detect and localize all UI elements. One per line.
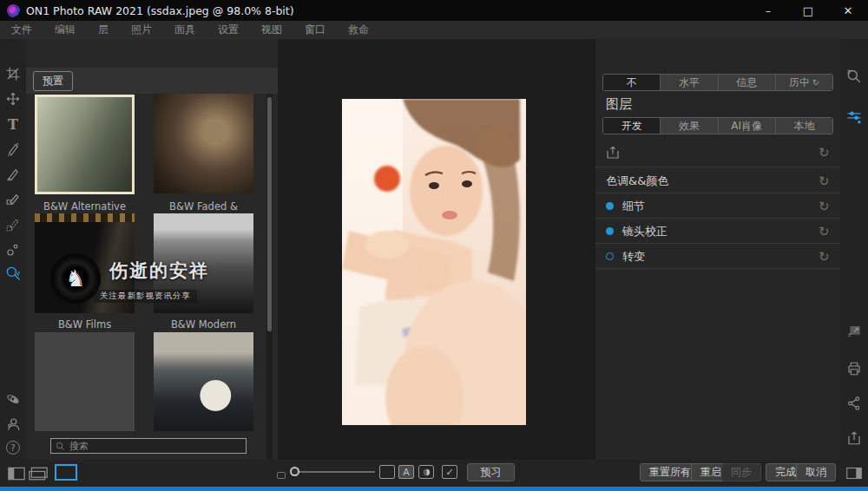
left-panel-toggle-icon[interactable] bbox=[7, 466, 26, 481]
window-title: ON1 Photo RAW 2021 (ssdax.jpeg @ 98.0% 8… bbox=[26, 4, 294, 17]
tab-ai-portrait[interactable]: AI肖像 bbox=[718, 118, 775, 134]
view-tab-group: 不 水平 信息 历中 ↻ bbox=[602, 74, 833, 91]
adjustments-sliders-icon[interactable] bbox=[844, 107, 865, 128]
tab-effects[interactable]: 效果 bbox=[660, 118, 717, 134]
presets-panel: 预置 B&W Alternative B&W Faded & Matte B&W… bbox=[26, 39, 278, 460]
minimize-button[interactable]: – bbox=[748, 0, 788, 21]
layers-title: 图层 bbox=[606, 96, 632, 113]
reset-all-icon[interactable]: ↺ bbox=[819, 145, 830, 160]
toggle-on-icon[interactable] bbox=[606, 227, 614, 235]
tab-develop[interactable]: 开发 bbox=[603, 118, 660, 134]
tool-sidebar: T ? bbox=[0, 39, 26, 487]
compare-a-icon[interactable]: A bbox=[398, 465, 414, 479]
move-tool-icon[interactable] bbox=[3, 88, 23, 109]
presets-button[interactable]: 预置 bbox=[33, 71, 73, 91]
menu-mask[interactable]: 面具 bbox=[163, 21, 207, 39]
bottom-bar: A ✓ 预习 重置所有 重启 同步 完成 取消 bbox=[0, 460, 868, 487]
preview-button[interactable]: 预习 bbox=[467, 463, 515, 481]
ai-match-icon[interactable] bbox=[3, 389, 23, 409]
menu-view[interactable]: 视图 bbox=[250, 21, 293, 39]
resize-export-icon[interactable] bbox=[844, 321, 865, 342]
canvas-area[interactable] bbox=[278, 39, 595, 460]
navigator-loupe-icon[interactable] bbox=[844, 67, 865, 88]
reset-icon[interactable]: ↺ bbox=[819, 199, 830, 214]
text-tool-icon[interactable]: T bbox=[3, 114, 23, 134]
section-tone-color[interactable]: 色调&&颜色 ↺ bbox=[595, 169, 840, 193]
section-details[interactable]: 细节 ↺ bbox=[595, 194, 840, 219]
window-controls: – □ ✕ bbox=[748, 0, 868, 21]
reset-icon[interactable]: ↺ bbox=[819, 224, 830, 239]
tab-level[interactable]: 水平 bbox=[660, 75, 717, 90]
opacity-slider-track[interactable] bbox=[293, 471, 375, 473]
mask-overlay-icon[interactable] bbox=[418, 465, 434, 479]
cancel-button[interactable]: 取消 bbox=[796, 463, 836, 481]
preset-label: B&W Films bbox=[35, 318, 135, 331]
scrollbar-thumb[interactable] bbox=[267, 97, 272, 331]
section-transform[interactable]: 转变 ↺ bbox=[595, 245, 840, 269]
module-tab-group: 开发 效果 AI肖像 本地 bbox=[602, 117, 833, 134]
tab-local[interactable]: 本地 bbox=[775, 118, 832, 134]
preset-search bbox=[50, 438, 247, 454]
preset-label: B&W Modern bbox=[154, 318, 253, 331]
help-icon[interactable]: ? bbox=[3, 437, 23, 458]
preset-label: B&W Alternative bbox=[35, 200, 135, 213]
opacity-slider-knob[interactable] bbox=[290, 467, 299, 476]
perfect-eraser-tool-icon[interactable] bbox=[3, 239, 23, 260]
app-logo-icon bbox=[7, 4, 20, 17]
menu-help[interactable]: 救命 bbox=[337, 21, 380, 39]
section-lens-correction[interactable]: 镜头校正 ↺ bbox=[595, 219, 840, 244]
title-bar: ON1 Photo RAW 2021 (ssdax.jpeg @ 98.0% 8… bbox=[0, 0, 868, 21]
menu-layer[interactable]: 层 bbox=[87, 21, 120, 39]
develop-toolbar: ↺ bbox=[595, 138, 840, 167]
reset-icon[interactable]: ↺ bbox=[819, 249, 830, 265]
portrait-face-icon[interactable] bbox=[3, 414, 23, 435]
compare-before-icon[interactable] bbox=[379, 465, 395, 479]
save-preset-icon[interactable] bbox=[605, 145, 621, 160]
local-brush-tool-icon[interactable] bbox=[3, 139, 23, 160]
export-icon[interactable] bbox=[844, 428, 865, 448]
print-icon[interactable] bbox=[844, 358, 865, 379]
right-panel-toggle-icon[interactable] bbox=[845, 466, 864, 481]
share-icon[interactable] bbox=[844, 393, 865, 414]
preset-thumb-bw-alternative[interactable] bbox=[35, 95, 135, 194]
search-icon bbox=[56, 442, 65, 451]
control-panel: 不 水平 信息 历中 ↻ 图层 开发 效果 AI肖像 本地 ↺ 色调&&颜色 ↺ bbox=[595, 39, 840, 460]
menu-edit[interactable]: 编辑 bbox=[43, 21, 87, 39]
mask-view-icon[interactable] bbox=[272, 468, 291, 482]
photo-preview[interactable] bbox=[342, 99, 526, 425]
preset-thumb-bw-faded-matte[interactable] bbox=[154, 94, 253, 193]
right-tool-column bbox=[840, 39, 868, 487]
menu-file[interactable]: 文件 bbox=[0, 21, 43, 39]
app-window: ON1 Photo RAW 2021 (ssdax.jpeg @ 98.0% 8… bbox=[0, 0, 868, 491]
menu-settings[interactable]: 设置 bbox=[207, 21, 250, 39]
preset-thumb-bw-modern[interactable] bbox=[154, 213, 253, 313]
taskbar-edge bbox=[0, 487, 868, 491]
masking-bug-tool-icon[interactable] bbox=[3, 189, 23, 210]
view-zoom-tool-icon[interactable] bbox=[3, 263, 23, 284]
sync-button[interactable]: 同步 bbox=[721, 463, 761, 481]
refine-brush-tool-icon[interactable] bbox=[3, 214, 23, 235]
maximize-button[interactable]: □ bbox=[788, 0, 828, 21]
menu-photo[interactable]: 照片 bbox=[120, 21, 163, 39]
preset-thumb-row3-left[interactable] bbox=[35, 332, 135, 431]
browse-mode-icon[interactable] bbox=[55, 464, 77, 481]
soft-proof-icon[interactable]: ✓ bbox=[442, 465, 457, 479]
menu-window[interactable]: 窗口 bbox=[293, 21, 337, 39]
reset-icon[interactable]: ↺ bbox=[819, 173, 830, 189]
tab-none[interactable]: 不 bbox=[603, 75, 660, 90]
filmstrip-view-icon[interactable] bbox=[29, 466, 48, 481]
search-input[interactable] bbox=[69, 441, 234, 452]
toggle-on-icon[interactable] bbox=[606, 202, 614, 210]
menu-bar: 文件 编辑 层 照片 面具 设置 视图 窗口 救命 bbox=[0, 21, 868, 39]
presets-scrollbar[interactable] bbox=[266, 94, 273, 460]
preset-thumb-bw-films[interactable] bbox=[35, 213, 135, 313]
masking-brush-tool-icon[interactable] bbox=[3, 164, 23, 185]
tab-history[interactable]: 历中 ↻ bbox=[775, 75, 832, 90]
history-icon: ↻ bbox=[812, 78, 819, 87]
toggle-off-icon[interactable] bbox=[606, 252, 614, 260]
close-button[interactable]: ✕ bbox=[828, 0, 868, 21]
tab-info[interactable]: 信息 bbox=[718, 75, 775, 90]
preset-thumb-row3-right[interactable] bbox=[154, 332, 253, 431]
crop-tool-icon[interactable] bbox=[3, 63, 23, 84]
